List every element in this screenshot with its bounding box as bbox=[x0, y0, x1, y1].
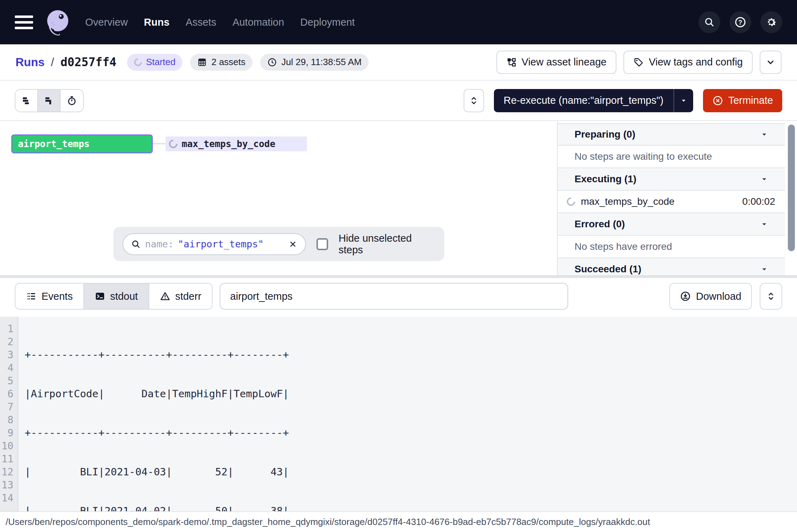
spinner-icon bbox=[132, 57, 143, 68]
zoom-fit-button[interactable] bbox=[464, 89, 484, 112]
nav-link-assets[interactable]: Assets bbox=[186, 17, 216, 28]
header-actions: View asset lineage View tags and config bbox=[496, 51, 782, 74]
log-step-filter-input[interactable] bbox=[220, 283, 568, 310]
step-node-max-temps-by-code[interactable]: max_temps_by_code bbox=[165, 137, 307, 151]
dagster-logo[interactable] bbox=[43, 7, 73, 37]
gantt-flat-icon bbox=[21, 95, 32, 106]
clock-icon bbox=[267, 57, 277, 67]
log-line-numbers: 12 34 56 78 910 1112 1314 bbox=[0, 317, 18, 511]
clear-filter-button[interactable] bbox=[288, 240, 297, 249]
view-tags-config-button[interactable]: View tags and config bbox=[623, 51, 753, 74]
logs-panel: Events stdout stderr bbox=[0, 278, 797, 511]
timestamp-badge: Jul 29, 11:38:55 AM bbox=[260, 54, 369, 71]
section-header-preparing[interactable]: Preparing (0) bbox=[558, 123, 785, 146]
expand-logs-button[interactable] bbox=[760, 283, 782, 310]
tab-stderr[interactable]: stderr bbox=[149, 284, 212, 309]
download-button[interactable]: Download bbox=[669, 283, 752, 310]
log-type-tabs: Events stdout stderr bbox=[15, 283, 213, 310]
step-node-airport-temps[interactable]: airport_temps bbox=[11, 134, 153, 153]
reexecute-split-button: Re-execute (name:"airport_temps") bbox=[494, 89, 693, 112]
executing-step-row[interactable]: max_temps_by_code 0:00:02 bbox=[558, 191, 785, 213]
svg-text:?: ? bbox=[739, 19, 742, 26]
log-line: | BLI|2021-04-03| 52| 43| bbox=[25, 466, 797, 479]
section-header-succeeded[interactable]: Succeeded (1) bbox=[558, 258, 785, 275]
stderr-icon bbox=[160, 291, 170, 302]
terminate-icon bbox=[712, 95, 723, 106]
executing-step-time: 0:00:02 bbox=[742, 196, 775, 207]
log-line: |AirportCode| Date|TempHighF|TempLowF| bbox=[25, 387, 797, 400]
status-badge: Started bbox=[127, 54, 183, 71]
run-header: Runs / d0257ff4 Started 2 assets Jul 29,… bbox=[0, 44, 797, 81]
run-badges: Started 2 assets Jul 29, 11:38:55 AM bbox=[127, 54, 369, 71]
breadcrumb-separator: / bbox=[51, 56, 54, 69]
top-nav: Overview Runs Assets Automation Deployme… bbox=[0, 0, 797, 44]
spinner-icon bbox=[167, 138, 179, 150]
reexecute-button[interactable]: Re-execute (name:"airport_temps") bbox=[494, 89, 673, 112]
gantt-chart: airport_temps max_temps_by_code name: "a… bbox=[0, 121, 557, 275]
step-status-panel: Preparing (0) No steps are waiting to ex… bbox=[557, 121, 797, 275]
nav-link-runs[interactable]: Runs bbox=[144, 17, 170, 28]
lineage-icon bbox=[506, 57, 517, 68]
gantt-waterfall-icon bbox=[44, 95, 54, 106]
sort-icon bbox=[766, 291, 776, 302]
log-line: +-----------+----------+---------+------… bbox=[25, 426, 797, 439]
panel-scrollbar[interactable] bbox=[788, 125, 795, 251]
assets-badge[interactable]: 2 assets bbox=[190, 54, 252, 71]
gantt-toolbar: Re-execute (name:"airport_temps") Termin… bbox=[0, 81, 797, 121]
spinner-icon bbox=[565, 196, 577, 208]
log-content: +-----------+----------+---------+------… bbox=[18, 317, 797, 511]
log-line: +-----------+----------+---------+------… bbox=[25, 348, 797, 361]
run-id: d0257ff4 bbox=[61, 55, 117, 69]
log-file-path: /Users/ben/repos/components_demo/spark-d… bbox=[6, 517, 650, 527]
log-file-path-bar: /Users/ben/repos/components_demo/spark-d… bbox=[0, 511, 797, 532]
search-icon bbox=[131, 239, 141, 249]
view-asset-lineage-button[interactable]: View asset lineage bbox=[496, 51, 616, 74]
log-viewer: 12 34 56 78 910 1112 1314 +-----------+-… bbox=[0, 317, 797, 511]
stopwatch-icon bbox=[67, 95, 77, 106]
tab-stdout[interactable]: stdout bbox=[84, 284, 149, 309]
step-filter-input[interactable]: name: "airport_temps" bbox=[123, 233, 306, 255]
filter-query-value: "airport_temps" bbox=[178, 239, 264, 249]
gantt-waterfall-view-button[interactable] bbox=[38, 90, 61, 112]
download-icon bbox=[680, 291, 691, 302]
reexecute-dropdown-button[interactable] bbox=[673, 89, 693, 112]
section-header-executing[interactable]: Executing (1) bbox=[558, 168, 785, 191]
executing-step-name: max_temps_by_code bbox=[581, 196, 674, 207]
sort-icon bbox=[469, 95, 479, 106]
hide-unselected-checkbox[interactable] bbox=[316, 238, 328, 250]
gantt-view-toggle bbox=[15, 89, 84, 112]
nav-links: Overview Runs Assets Automation Deployme… bbox=[85, 17, 355, 28]
tab-events[interactable]: Events bbox=[15, 284, 84, 309]
caret-down-icon bbox=[760, 265, 768, 273]
gantt-flat-view-button[interactable] bbox=[15, 90, 38, 112]
hamburger-icon[interactable] bbox=[15, 15, 33, 29]
run-gantt-area: airport_temps max_temps_by_code name: "a… bbox=[0, 121, 797, 275]
terminate-button[interactable]: Terminate bbox=[703, 89, 782, 112]
search-icon bbox=[704, 17, 715, 28]
clear-icon bbox=[288, 240, 297, 249]
section-header-errored[interactable]: Errored (0) bbox=[558, 213, 785, 236]
settings-button[interactable] bbox=[760, 11, 782, 33]
errored-empty-message: No steps have errored bbox=[558, 236, 785, 258]
dependency-edge bbox=[153, 143, 166, 144]
caret-down-icon bbox=[760, 131, 768, 138]
search-button[interactable] bbox=[698, 11, 720, 33]
help-button[interactable]: ? bbox=[729, 11, 751, 33]
timing-view-button[interactable] bbox=[61, 90, 83, 112]
nav-link-deployment[interactable]: Deployment bbox=[300, 17, 355, 28]
events-icon bbox=[26, 291, 37, 302]
stdout-icon bbox=[95, 291, 105, 302]
run-actions-menu-button[interactable] bbox=[760, 51, 782, 74]
panel-resize-divider[interactable] bbox=[0, 275, 797, 278]
step-filter-bar: name: "airport_temps" Hide unselected st… bbox=[113, 227, 444, 261]
preparing-empty-message: No steps are waiting to execute bbox=[558, 146, 785, 168]
nav-link-overview[interactable]: Overview bbox=[85, 17, 128, 28]
breadcrumb-runs-link[interactable]: Runs bbox=[15, 56, 45, 69]
caret-down-icon bbox=[760, 175, 768, 183]
assets-grid-icon bbox=[197, 57, 207, 67]
nav-link-automation[interactable]: Automation bbox=[232, 17, 284, 28]
dropdown-caret-icon bbox=[679, 96, 688, 105]
caret-down-icon bbox=[760, 220, 768, 228]
chevron-down-icon bbox=[765, 57, 776, 68]
hide-unselected-label[interactable]: Hide unselected steps bbox=[339, 233, 435, 256]
